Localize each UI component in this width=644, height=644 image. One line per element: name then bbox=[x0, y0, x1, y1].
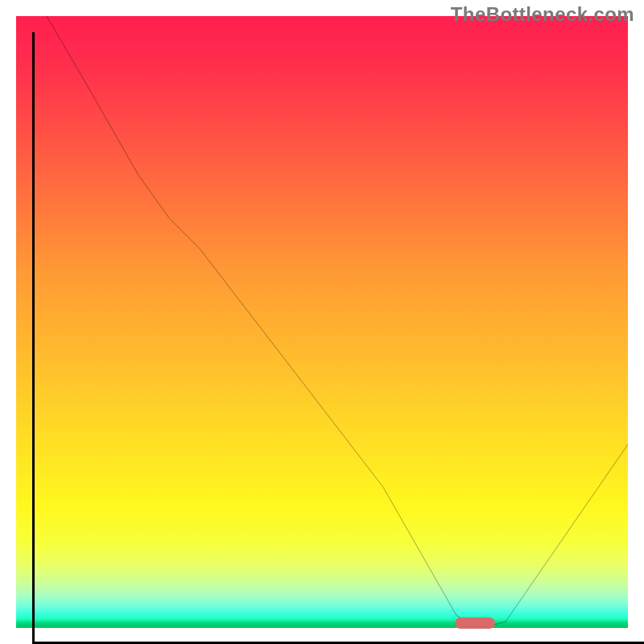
plot-area bbox=[16, 16, 628, 628]
optimal-marker bbox=[455, 617, 495, 629]
axes bbox=[32, 32, 644, 644]
watermark-text: TheBottleneck.com bbox=[451, 3, 634, 26]
chart-container: TheBottleneck.com bbox=[0, 0, 644, 644]
